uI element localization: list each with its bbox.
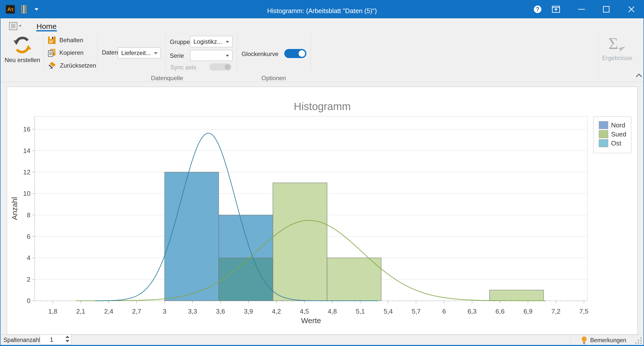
svg-text:14: 14 [23,147,30,155]
popout-button[interactable] [547,0,565,18]
sync-axis-toggle[interactable] [209,63,231,71]
svg-text:Ost: Ost [611,139,621,147]
ribbon-separator [44,34,44,71]
status-bar: Spaltenanzahl 1 Bemerkungen [0,335,644,346]
behalten-button[interactable]: Behalten [48,36,83,44]
legend-swatch-nord [599,121,608,129]
svg-text:2,4: 2,4 [104,308,113,315]
gruppe-combobox[interactable]: Logistikz... [190,36,232,47]
histogram-bar [273,183,327,301]
help-button[interactable]: ? [529,0,546,18]
stepper-down-icon[interactable] [65,340,69,342]
copy-icon [48,48,56,57]
svg-text:2,7: 2,7 [132,308,141,315]
ribbon-separator [598,34,598,75]
serie-label: Serie [170,52,184,59]
svg-text:5,7: 5,7 [412,308,421,315]
svg-text:7,2: 7,2 [551,308,560,315]
histogram-bar [165,172,219,301]
histogram-bar [490,290,544,301]
statusbar-separator [570,336,570,344]
svg-text:2: 2 [27,276,30,283]
close-button[interactable] [623,0,640,18]
kopieren-label: Kopieren [59,49,84,56]
group-label-optionen: Optionen [249,75,299,82]
tab-home[interactable]: Home [36,23,57,30]
ergebnisse-button[interactable]: Σ Ergebnisse [601,34,633,67]
legend-swatch-sued [599,130,608,138]
stepper-up-icon[interactable] [65,336,69,338]
file-menu-icon [9,22,22,30]
chevron-down-icon [226,55,229,57]
zuruecksetzen-button[interactable]: Zurücksetzen [48,61,96,70]
gruppe-label: Gruppe [170,38,190,45]
glockenkurve-toggle[interactable] [284,49,306,58]
svg-text:6,3: 6,3 [467,308,476,315]
svg-text:3,9: 3,9 [244,308,253,315]
chart-legend: NordSuedOst [593,117,631,153]
daten-value: Lieferzeit... [121,48,151,58]
app-window: Aτ Histogramm: (Arbeitsblatt "Daten (5)"… [0,0,644,346]
svg-text:4,8: 4,8 [328,308,337,315]
spaltenanzahl-stepper[interactable]: 1 [40,334,72,345]
kopieren-button[interactable]: Kopieren [48,48,84,57]
svg-text:Anzahl: Anzahl [10,197,19,220]
svg-text:2,1: 2,1 [76,308,85,315]
refresh-icon [13,36,32,54]
svg-text:12: 12 [23,168,30,176]
popout-icon [552,6,560,13]
histogram-bar [219,258,273,301]
svg-text:4,2: 4,2 [272,308,281,315]
bemerkungen-button[interactable]: Bemerkungen [581,335,641,345]
svg-text:8: 8 [27,211,30,219]
chart-panel: 02468101214161,82,12,42,733,33,63,94,24,… [7,87,638,335]
svg-text:10: 10 [23,190,30,197]
histogram-chart: 02468101214161,82,12,42,733,33,63,94,24,… [7,87,637,334]
svg-text:Histogramm: Histogramm [294,101,351,112]
eraser-icon [48,62,56,70]
chevron-up-icon [636,74,642,77]
close-icon [628,6,635,13]
spaltenanzahl-label: Spaltenanzahl [4,335,40,345]
file-menu-button[interactable] [9,22,22,30]
chevron-down-icon [154,52,157,54]
legend-swatch-ost [599,139,608,147]
svg-text:16: 16 [23,125,30,133]
group-label-datenquelle: Datenquelle [142,75,192,82]
window-border-left [0,0,1,346]
daten-label: Daten [102,49,118,56]
tab-home-underline [36,30,57,31]
ribbon: Home Neu erstellen Behalten [1,18,643,82]
resize-grip[interactable] [635,337,642,344]
ergebnisse-label: Ergebnisse [601,55,633,62]
glockenkurve-label: Glockenkurve [242,51,278,58]
neu-erstellen-label: Neu erstellen [3,57,42,64]
save-icon [48,36,56,44]
collapse-ribbon-button[interactable] [635,73,642,78]
spaltenanzahl-value: 1 [40,335,63,344]
ribbon-separator [97,34,98,71]
svg-text:6: 6 [27,233,30,240]
histogram-bar [327,258,381,301]
ribbon-separator [237,34,237,71]
minimize-button[interactable] [573,0,590,18]
sigma-results-icon: Σ [606,34,628,54]
svg-text:5,1: 5,1 [356,308,365,315]
svg-text:7,5: 7,5 [579,308,588,315]
serie-combobox[interactable] [190,50,232,61]
maximize-button[interactable] [597,0,615,18]
behalten-label: Behalten [59,37,83,44]
svg-text:6,6: 6,6 [496,308,505,315]
svg-text:0: 0 [27,297,30,305]
ribbon-separator [311,34,311,71]
neu-erstellen-button[interactable]: Neu erstellen [3,34,42,83]
svg-text:3,6: 3,6 [216,308,225,315]
svg-text:3: 3 [163,308,166,315]
svg-text:4,5: 4,5 [300,308,309,315]
minimize-icon [578,6,585,13]
daten-combobox[interactable]: Lieferzeit... [118,47,161,58]
svg-text:1,8: 1,8 [48,308,57,315]
zuruecksetzen-label: Zurücksetzen [60,62,96,69]
svg-text:Nord: Nord [611,121,625,129]
svg-text:Werte: Werte [301,316,321,325]
